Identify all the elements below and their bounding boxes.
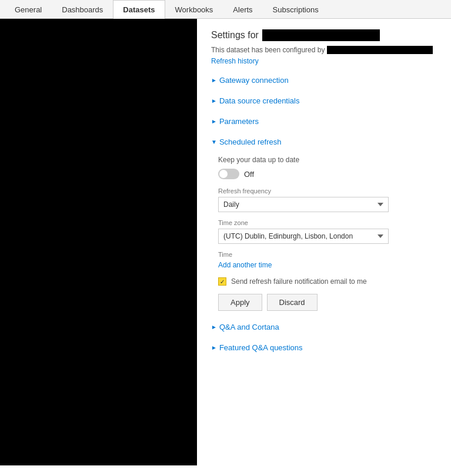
parameters-label: Parameters: [219, 117, 259, 126]
keep-up-to-date-text: Keep your data up to date: [218, 156, 437, 164]
tab-workbooks[interactable]: Workbooks: [165, 0, 223, 19]
add-time-link[interactable]: Add another time: [218, 261, 272, 269]
qa-arrow-icon: ►: [211, 324, 217, 330]
time-label: Time: [218, 251, 437, 258]
featured-qa-header[interactable]: ► Featured Q&A questions: [211, 341, 437, 354]
refresh-history-link[interactable]: Refresh history: [211, 57, 259, 65]
refresh-frequency-group: Refresh frequency Daily Weekly: [218, 187, 437, 212]
tab-datasets[interactable]: Datasets: [113, 0, 165, 19]
apply-button[interactable]: Apply: [218, 294, 262, 311]
datasource-credentials-header[interactable]: ► Data source credentials: [211, 94, 437, 108]
datasource-label: Data source credentials: [219, 96, 300, 105]
tab-alerts[interactable]: Alerts: [223, 0, 262, 19]
parameters-arrow-icon: ►: [211, 118, 217, 125]
nav-tabs: General Dashboards Datasets Workbooks Al…: [0, 0, 451, 19]
main-layout: Settings for This dataset has been confi…: [0, 19, 451, 465]
time-zone-select[interactable]: (UTC) Dublin, Edinburgh, Lisbon, London …: [218, 229, 389, 244]
refresh-frequency-label: Refresh frequency: [218, 187, 437, 195]
scheduled-refresh-section: ▼ Scheduled refresh Keep your data up to…: [211, 135, 437, 311]
notification-checkbox-row: Send refresh failure notification email …: [218, 277, 437, 286]
toggle-row: Off: [218, 169, 437, 179]
qa-cortana-header[interactable]: ► Q&A and Cortana: [211, 320, 437, 334]
qa-cortana-label: Q&A and Cortana: [219, 323, 279, 331]
featured-qa-arrow-icon: ►: [211, 344, 217, 351]
tab-general[interactable]: General: [5, 0, 52, 19]
right-panel: Settings for This dataset has been confi…: [197, 19, 451, 465]
configured-by-redacted: [327, 46, 433, 54]
scheduled-refresh-content: Keep your data up to date Off Refresh fr…: [211, 156, 437, 311]
scheduled-arrow-icon: ▼: [211, 139, 217, 145]
featured-qa-label: Featured Q&A questions: [219, 343, 303, 352]
gateway-connection-header[interactable]: ► Gateway connection: [211, 73, 437, 87]
toggle-label: Off: [244, 170, 254, 179]
notification-label: Send refresh failure notification email …: [231, 277, 367, 286]
scheduled-refresh-label: Scheduled refresh: [219, 138, 282, 146]
tab-subscriptions[interactable]: Subscriptions: [263, 0, 329, 19]
button-row: Apply Discard: [218, 294, 437, 311]
time-group: Time Add another time: [218, 251, 437, 269]
configured-by-text: This dataset has been configured by: [211, 46, 325, 54]
scheduled-refresh-header[interactable]: ▼ Scheduled refresh: [211, 135, 437, 149]
left-panel: [0, 19, 197, 465]
time-zone-label: Time zone: [218, 219, 437, 226]
discard-button[interactable]: Discard: [267, 294, 318, 311]
tab-dashboards[interactable]: Dashboards: [52, 0, 113, 19]
notification-checkbox[interactable]: [218, 277, 226, 286]
settings-title: Settings for: [211, 29, 437, 41]
scheduled-refresh-toggle[interactable]: [218, 169, 239, 179]
configured-by: This dataset has been configured by: [211, 46, 437, 54]
time-zone-group: Time zone (UTC) Dublin, Edinburgh, Lisbo…: [218, 219, 437, 244]
gateway-arrow-icon: ►: [211, 77, 217, 83]
settings-title-text: Settings for: [211, 30, 259, 41]
parameters-header[interactable]: ► Parameters: [211, 115, 437, 128]
settings-title-redacted: [262, 29, 380, 41]
datasource-arrow-icon: ►: [211, 98, 217, 104]
refresh-frequency-select[interactable]: Daily Weekly: [218, 197, 389, 212]
gateway-label: Gateway connection: [219, 76, 289, 85]
